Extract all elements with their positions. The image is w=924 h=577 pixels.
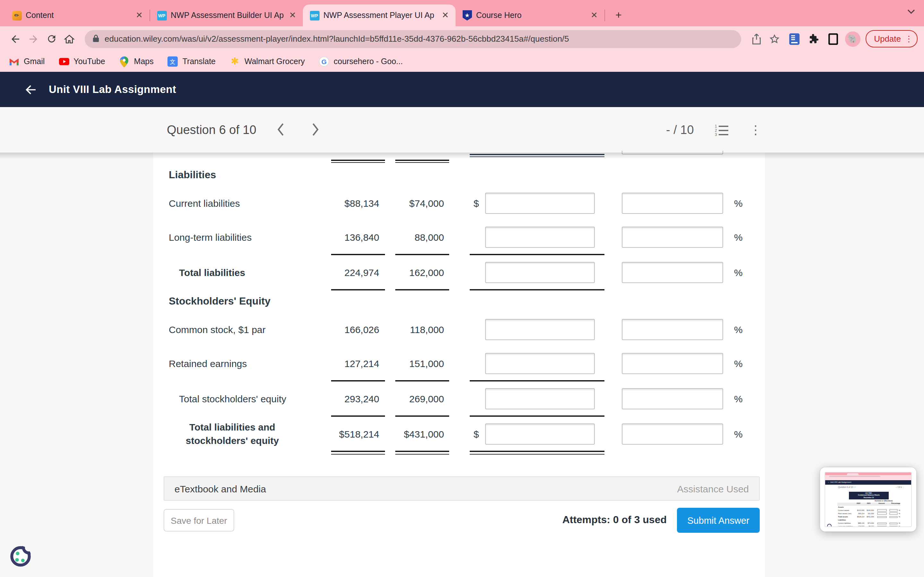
mini-page-preview: ← Unit VIII Lab Assignment Question 6 of… — [825, 472, 912, 527]
bookmark-label: coursehero - Goo... — [334, 57, 403, 66]
wp-favicon: WP — [157, 10, 167, 21]
tab-close-icon[interactable]: ✕ — [134, 10, 144, 21]
tab-close-icon[interactable]: ✕ — [589, 10, 599, 21]
amount-input[interactable] — [485, 388, 595, 409]
question-list-icon[interactable]: 123 — [715, 124, 729, 139]
table-rule — [395, 454, 449, 455]
table-rule — [395, 289, 449, 290]
mini-value: $518,214 — [855, 516, 864, 519]
percentage-input[interactable] — [622, 423, 723, 444]
percentage-input[interactable] — [622, 261, 723, 283]
table-rule — [395, 160, 449, 161]
update-label: Update — [874, 34, 901, 44]
percent-sign: % — [734, 231, 743, 242]
row-label: Total liabilities — [169, 267, 337, 277]
browser-menu-kebab-icon[interactable]: ⋮ — [905, 34, 913, 44]
amount-input[interactable] — [485, 353, 595, 374]
lock-icon[interactable] — [92, 33, 99, 45]
table-row: Retained earnings127,214151,000% — [153, 346, 765, 380]
address-bar[interactable]: education.wiley.com/was/ui/v2/assessment… — [85, 30, 741, 48]
table-rule — [470, 451, 604, 452]
mini-tab-strip — [825, 472, 911, 475]
screenshot-preview-thumbnail[interactable]: ← Unit VIII Lab Assignment Question 6 of… — [820, 467, 916, 532]
cookie-consent-icon[interactable] — [8, 542, 33, 568]
value-2021: 162,000 — [394, 267, 444, 277]
tab-close-icon[interactable]: ✕ — [288, 10, 298, 21]
table-row: Long-term liabilities136,84088,000% — [153, 220, 765, 254]
tab-close-icon[interactable]: ✕ — [440, 10, 451, 21]
bookmark-item[interactable]: Gmail — [9, 56, 45, 67]
extensions-puzzle-icon[interactable] — [805, 31, 822, 47]
reload-icon[interactable] — [42, 30, 60, 48]
table-rule — [331, 289, 385, 290]
mini-table-title: LILY INC.Condensed Balance SheetsDecembe… — [849, 492, 889, 500]
value-2021: $74,000 — [394, 197, 444, 208]
amount-input[interactable] — [485, 192, 595, 213]
url-text[interactable]: education.wiley.com/was/ui/v2/assessment… — [105, 34, 569, 44]
share-icon[interactable] — [748, 30, 766, 48]
question-nav-bar: Question 6 of 10 - / 10 123 ⋮ — [0, 107, 924, 153]
amount-input[interactable] — [485, 226, 595, 247]
mini-input — [889, 522, 898, 525]
etextbook-label[interactable]: eTextbook and Media — [174, 483, 266, 494]
save-for-later-button[interactable]: Save for Later — [164, 509, 234, 532]
percent-sign: % — [734, 267, 743, 277]
profile-avatar[interactable]: 🐘 — [845, 31, 861, 47]
browser-tab[interactable]: ★Course Hero✕ — [456, 5, 604, 26]
sidebar-extension-icon[interactable] — [825, 31, 841, 47]
previous-question-button[interactable] — [276, 122, 286, 139]
row-label: Long-term liabilities — [169, 231, 326, 242]
bookmark-item[interactable]: ✱Walmart Grocery — [230, 56, 305, 67]
reading-list-extension-icon[interactable] — [786, 31, 803, 47]
mini-question-bar: Question 6 of 10 ‹ ›- / 10 ≡ ⋮ — [825, 484, 911, 490]
back-arrow-icon[interactable] — [19, 78, 42, 101]
percent-sign: % — [734, 324, 743, 335]
submit-answer-button[interactable]: Submit Answer — [677, 508, 760, 533]
browser-window: ✏Content✕WPNWP Assessment Builder UI Ap✕… — [0, 0, 924, 577]
wp-favicon: WP — [309, 10, 320, 21]
tab-title: NWP Assessment Builder UI Ap — [171, 11, 284, 20]
value-2022: 127,214 — [329, 358, 379, 369]
percentage-input[interactable] — [622, 192, 723, 213]
mini-input — [889, 513, 898, 515]
percentage-input[interactable] — [622, 353, 723, 374]
tab-search-chevron-icon[interactable] — [907, 8, 915, 15]
value-2022: 224,974 — [329, 267, 379, 277]
mini-col-label: 2022 — [857, 503, 861, 506]
browser-tab[interactable]: WPNWP Assessment Builder UI Ap✕ — [150, 5, 303, 26]
percent-sign: % — [734, 358, 743, 369]
value-2021: 151,000 — [394, 358, 444, 369]
mini-value: $88,134 — [855, 522, 864, 525]
home-icon[interactable] — [60, 30, 78, 48]
section-heading: Stockholders' Equity — [153, 290, 765, 312]
question-menu-kebab-icon[interactable]: ⋮ — [750, 122, 762, 137]
update-button[interactable]: Update ⋮ — [866, 30, 918, 47]
bookmark-item[interactable]: Gcoursehero - Goo... — [319, 56, 403, 67]
mini-percent: % — [899, 516, 900, 519]
mini-input — [877, 522, 887, 525]
mini-value: 395,214 — [855, 512, 864, 515]
percentage-input[interactable] — [622, 319, 723, 340]
google-icon: G — [319, 56, 329, 67]
mini-input — [889, 516, 898, 518]
amount-input[interactable] — [485, 319, 595, 340]
bookmark-item[interactable]: Maps — [120, 56, 153, 67]
bookmark-item[interactable]: YouTube — [59, 56, 105, 67]
bookmark-star-icon[interactable] — [766, 30, 783, 48]
new-tab-button[interactable]: + — [610, 7, 627, 24]
percentage-input[interactable] — [622, 226, 723, 247]
table-rule-row — [153, 451, 765, 455]
amount-input[interactable] — [485, 423, 595, 444]
bookmark-item[interactable]: 文Translate — [168, 56, 216, 67]
svg-text:3: 3 — [715, 132, 717, 136]
bookmark-label: Translate — [183, 57, 216, 66]
next-question-button[interactable] — [310, 122, 320, 139]
row-label: Total liabilities and stockholders' equi… — [169, 420, 292, 448]
etextbook-media-bar[interactable]: eTextbook and Media Assistance Used — [164, 476, 760, 501]
back-icon[interactable] — [6, 30, 24, 48]
table-row: Total liabilities224,974162,000% — [153, 255, 765, 289]
browser-tab[interactable]: ✏Content✕ — [5, 5, 150, 26]
browser-tab[interactable]: WPNWP Assessment Player UI Ap✕ — [303, 5, 456, 26]
percentage-input[interactable] — [622, 388, 723, 409]
amount-input[interactable] — [485, 261, 595, 283]
